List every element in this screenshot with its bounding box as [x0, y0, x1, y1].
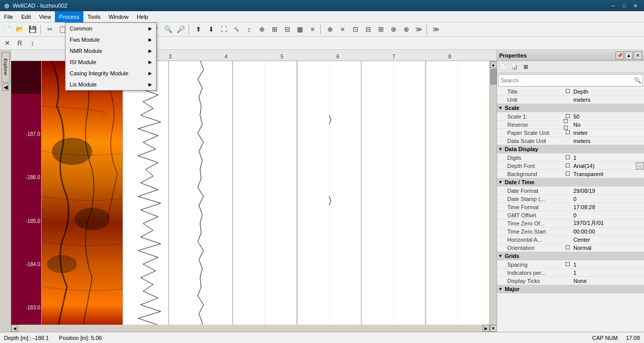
prop-check-title[interactable]: ☐: [563, 88, 572, 95]
props-toolbar: 📄 📊 ⊞: [497, 61, 644, 73]
menu-help[interactable]: Help: [133, 11, 152, 22]
prop-row-background: Background ☐ Transparent: [497, 170, 644, 178]
tb-b3[interactable]: ⛶: [218, 23, 230, 36]
prop-section-date-time[interactable]: ▼ Date / Time: [497, 178, 644, 187]
menu-view[interactable]: View: [35, 11, 55, 22]
prop-section-grids[interactable]: ▼ Grids: [497, 252, 644, 261]
props-pin-btn[interactable]: 📌: [616, 51, 624, 60]
prop-check-depth-font[interactable]: ☐: [563, 162, 572, 169]
prop-section-data-display[interactable]: ▼ Data Display: [497, 145, 644, 154]
scroll-up[interactable]: ▲: [490, 61, 497, 68]
ruler-mark-8: 8: [448, 54, 451, 60]
tb2-b3[interactable]: ↕: [26, 37, 39, 49]
svg-point-2: [75, 208, 110, 230]
props-float-btn[interactable]: ▲: [625, 51, 633, 60]
tb-zoom-out[interactable]: 🔎: [175, 23, 187, 36]
horizontal-scrollbar[interactable]: ◀ ▶: [11, 325, 489, 332]
props-title: Properties: [499, 52, 527, 59]
dd-isi[interactable]: ISI Module ▶: [66, 56, 156, 68]
tb-b1[interactable]: ⬆: [192, 23, 204, 36]
prop-section-scale[interactable]: ▼ Scale: [497, 104, 644, 112]
tb-zoom-in[interactable]: 🔍: [162, 23, 174, 36]
tb-new[interactable]: 📄: [1, 23, 13, 36]
tb-open[interactable]: 📂: [14, 23, 26, 36]
prop-check-background[interactable]: ☐: [563, 170, 572, 177]
date-time-collapse-arrow[interactable]: ▼: [498, 180, 503, 185]
tb-c4[interactable]: ⊟: [362, 23, 374, 36]
tb-cut[interactable]: ✂: [44, 23, 56, 36]
scroll-down[interactable]: ▼: [490, 325, 497, 332]
tb-c8[interactable]: ≫: [413, 23, 425, 36]
prop-row-display-ticks: Display Ticks None: [497, 277, 644, 285]
tb-b5[interactable]: ↕: [243, 23, 255, 36]
dd-casing[interactable]: Casing Integrity Module ▶: [66, 68, 156, 79]
data-display-collapse-arrow[interactable]: ▼: [498, 147, 503, 152]
tb-b9[interactable]: ▦: [294, 23, 306, 36]
scroll-thumb[interactable]: [490, 69, 497, 84]
process-dropdown[interactable]: Common ▶ Fws Module ▶ NMR Module ▶ ISI M…: [65, 22, 157, 91]
tb-c3[interactable]: ⊡: [349, 23, 361, 36]
props-tb-b1[interactable]: 📄: [498, 62, 508, 72]
tb2-b2[interactable]: R: [14, 37, 26, 49]
minimize-btn[interactable]: ─: [608, 2, 618, 9]
tb-c6[interactable]: ⊕: [387, 23, 400, 36]
dd-fws-arrow: ▶: [148, 37, 152, 42]
prop-row-depth-font: Depth Font ☐ Arial(14) ...: [497, 162, 644, 170]
grid-track-4: [361, 61, 425, 332]
tb-b2[interactable]: ⬇: [205, 23, 217, 36]
close-btn[interactable]: ✕: [631, 2, 640, 9]
tb2-b1[interactable]: ✕: [1, 37, 13, 49]
menu-window[interactable]: Window: [105, 11, 133, 22]
left-arrow[interactable]: ◀: [2, 83, 9, 91]
search-input[interactable]: [499, 75, 632, 86]
statusbar: Depth [m] : -188.1 Position [in]: 5.06 C…: [0, 332, 644, 343]
prop-check-orientation[interactable]: ☐: [563, 244, 572, 251]
prop-check-digits[interactable]: ☐: [563, 154, 572, 161]
scale-collapse-arrow[interactable]: ▼: [498, 105, 503, 110]
tb-b4[interactable]: ⤡: [230, 23, 242, 36]
dd-lis[interactable]: Lis Module ▶: [66, 79, 156, 90]
major-collapse-arrow[interactable]: ▼: [498, 287, 503, 292]
tb-b7[interactable]: ⊞: [268, 23, 281, 36]
menu-file[interactable]: File: [0, 11, 17, 22]
tb-c1[interactable]: ⊕: [324, 23, 336, 36]
dd-fws[interactable]: Fws Module ▶: [66, 34, 156, 45]
explorer-tab[interactable]: Explorer: [2, 52, 10, 82]
tb-c7[interactable]: ⊗: [400, 23, 412, 36]
menu-process[interactable]: Process: [55, 11, 83, 22]
prop-name-digits: Digits: [497, 155, 563, 161]
dd-nmr-label: NMR Module: [70, 48, 102, 54]
props-tb-b3[interactable]: ⊞: [520, 62, 531, 72]
maximize-btn[interactable]: □: [620, 2, 629, 9]
tb-b8[interactable]: ⊟: [281, 23, 293, 36]
prop-value-data-scale: meters: [572, 138, 644, 144]
prop-check-paper-scale[interactable]: ☐: [563, 129, 572, 136]
window-controls[interactable]: ─ □ ✕: [608, 2, 640, 9]
dd-nmr[interactable]: NMR Module ▶: [66, 45, 156, 56]
menu-edit[interactable]: Edit: [17, 11, 35, 22]
tb-c5[interactable]: ⊞: [375, 23, 387, 36]
prop-name-gmt-offset: GMT Offset: [497, 212, 563, 218]
hscroll-left[interactable]: ◀: [11, 325, 18, 332]
props-header-btns: 📌 ▲ ✕: [616, 51, 642, 60]
tb-save[interactable]: 💾: [26, 23, 39, 36]
search-box[interactable]: 🔍: [498, 74, 643, 87]
prop-check-spacing[interactable]: ☐: [563, 261, 572, 268]
prop-row-date-format: Date Format 29/08/19: [497, 187, 644, 195]
grid-track-2: [233, 61, 297, 332]
depth-font-edit-btn[interactable]: ...: [636, 162, 644, 169]
tb-c2[interactable]: ≡: [336, 23, 349, 36]
sep7: [426, 24, 428, 35]
menu-tools[interactable]: Tools: [83, 11, 105, 22]
grids-collapse-arrow[interactable]: ▼: [498, 253, 503, 259]
dd-common[interactable]: Common ▶: [66, 23, 156, 34]
props-close-btn[interactable]: ✕: [634, 51, 642, 60]
props-tb-b2[interactable]: 📊: [509, 62, 519, 72]
prop-section-major[interactable]: ▼ Major: [497, 285, 644, 294]
tb-d1[interactable]: ≫: [430, 23, 442, 36]
hscroll-right[interactable]: ▶: [482, 325, 489, 332]
tb-b6[interactable]: ⊕: [256, 23, 268, 36]
vertical-scrollbar[interactable]: ▲ ▼: [489, 61, 497, 332]
tb-b10[interactable]: ≡: [306, 23, 319, 36]
prop-value-digits: 1: [572, 155, 644, 161]
